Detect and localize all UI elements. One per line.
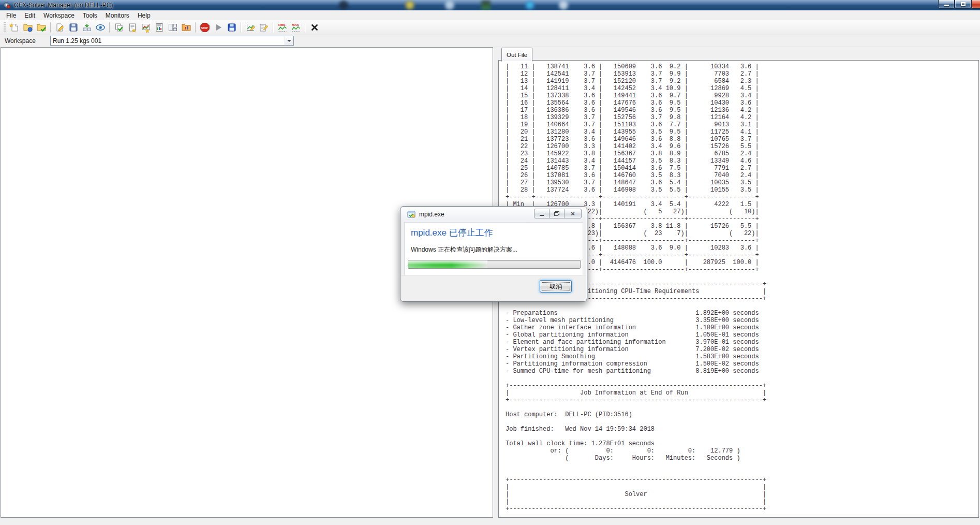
start-run-button[interactable] — [212, 21, 225, 34]
aero-blur-blob — [481, 1, 491, 10]
solution-check-progressbar — [408, 260, 581, 269]
app-icon — [3, 1, 11, 9]
aero-blur-blob — [405, 1, 414, 10]
dialog-window-controls: × — [534, 209, 582, 218]
new-run-icon — [9, 22, 20, 33]
dialog-body: mpid.exe 已停止工作 Windows 正在检查该问题的解决方案... — [404, 222, 583, 276]
aero-blur-blob — [339, 1, 348, 10]
minimize-button[interactable] — [938, 0, 955, 9]
save-state-icon — [227, 22, 237, 33]
import-ccl-icon — [82, 22, 92, 33]
menu-item-edit[interactable]: Edit — [20, 11, 39, 20]
aero-blur-blob — [525, 1, 534, 10]
menu-bar: FileEditWorkspaceToolsMonitorsHelp — [0, 10, 980, 20]
close-workspace-button[interactable] — [308, 21, 321, 34]
progressbar-fill — [408, 260, 487, 268]
minimize-icon — [540, 215, 544, 216]
save-state-button[interactable] — [226, 21, 238, 34]
crash-heading: mpid.exe 已停止工作 — [411, 227, 493, 239]
maximize-icon — [961, 2, 966, 6]
edit-chart-button[interactable] — [244, 21, 257, 34]
tab-out-file[interactable]: Out File — [501, 48, 532, 62]
close-icon: × — [571, 210, 575, 217]
import-ccl-button[interactable] — [81, 21, 93, 34]
desktop: { "window": { "title": "CFX-Solver Manag… — [0, 0, 980, 525]
toolbar-separator — [305, 22, 306, 33]
new-chart-button[interactable] — [140, 21, 152, 34]
aero-blur-blob — [559, 1, 568, 10]
menu-item-tools[interactable]: Tools — [79, 11, 101, 20]
menu-item-monitors[interactable]: Monitors — [101, 11, 133, 20]
rms-plot-icon — [277, 22, 288, 33]
dialog-restore-button[interactable] — [549, 209, 565, 218]
window-controls: × — [938, 0, 980, 9]
new-report-icon — [127, 22, 138, 33]
maximize-button[interactable] — [955, 0, 971, 9]
chevron-down-icon[interactable] — [285, 36, 293, 45]
minimize-icon — [944, 5, 949, 6]
cancel-button[interactable]: 取消 — [540, 280, 572, 293]
dialog-title: mpid.exe — [419, 211, 444, 218]
open-results-icon — [36, 22, 47, 33]
dialog-footer: 取消 — [401, 275, 586, 301]
workspace-properties-button[interactable] — [180, 21, 192, 34]
toolbar-separator — [241, 22, 242, 33]
menu-item-help[interactable]: Help — [133, 11, 155, 20]
edit-run-definition-icon — [55, 22, 65, 33]
workspace-layout-button[interactable] — [167, 21, 179, 34]
window-title: CFX-Solver Manager (on DELL-PC) — [14, 2, 113, 9]
copy-monitors-icon — [114, 22, 124, 33]
close-button[interactable]: × — [971, 0, 980, 9]
rms-plot-button[interactable] — [276, 21, 289, 34]
menu-item-workspace[interactable]: Workspace — [39, 11, 79, 20]
toolbar-separator — [273, 22, 274, 33]
report-viewer-icon — [154, 22, 165, 33]
new-chart-icon — [141, 22, 151, 33]
save-run-definition-icon — [68, 22, 79, 33]
stop-run-button[interactable] — [199, 21, 211, 34]
toolbar-separator — [195, 22, 196, 33]
edit-chart-icon — [245, 22, 256, 33]
workspace-selected-run: Run 1.25 kgs 001 — [51, 37, 285, 45]
toolbar — [0, 20, 980, 35]
workspace-layout-icon — [168, 22, 178, 33]
aero-blur-blob — [445, 1, 454, 10]
start-run-icon — [213, 22, 224, 33]
open-run-icon — [23, 22, 33, 33]
open-results-button[interactable] — [35, 21, 48, 34]
report-viewer-button[interactable] — [153, 21, 166, 34]
stop-run-icon — [200, 22, 210, 33]
toolbar-separator — [109, 22, 110, 33]
workspace-properties-icon — [181, 22, 191, 33]
mpid-crash-dialog[interactable]: mpid.exe × mpid.exe 已停止工作 Windows 正在检查该问… — [400, 206, 587, 302]
max-plot-button[interactable] — [290, 21, 302, 34]
menu-item-file[interactable]: File — [2, 11, 20, 20]
workspace-combobox[interactable]: Run 1.25 kgs 001 — [50, 36, 294, 46]
tab-out-file-label: Out File — [507, 52, 527, 58]
open-run-button[interactable] — [22, 21, 34, 34]
edit-commands-button[interactable] — [258, 21, 270, 34]
toolbar-grip — [4, 22, 6, 33]
dialog-close-button[interactable]: × — [564, 209, 582, 218]
new-report-button[interactable] — [126, 21, 139, 34]
new-run-button[interactable] — [8, 21, 21, 34]
max-plot-icon — [291, 22, 301, 33]
edit-run-definition-button[interactable] — [54, 21, 66, 34]
save-run-definition-button[interactable] — [67, 21, 80, 34]
copy-monitors-button[interactable] — [113, 21, 125, 34]
crash-message: Windows 正在检查该问题的解决方案... — [411, 245, 517, 254]
toolbar-separator — [50, 22, 51, 33]
monitor-run-icon — [95, 22, 106, 33]
close-workspace-icon — [309, 22, 320, 33]
workspace-bar: Workspace Run 1.25 kgs 001 — [0, 35, 980, 47]
monitor-run-button[interactable] — [94, 21, 107, 34]
title-bar[interactable]: CFX-Solver Manager (on DELL-PC) × — [0, 0, 980, 11]
dialog-minimize-button[interactable] — [534, 209, 550, 218]
mpid-app-icon — [407, 210, 415, 218]
cancel-button-label: 取消 — [550, 282, 562, 291]
dialog-title-bar[interactable]: mpid.exe × — [401, 207, 586, 222]
workspace-label: Workspace — [5, 37, 36, 45]
edit-commands-icon — [259, 22, 269, 33]
restore-icon — [554, 211, 559, 216]
